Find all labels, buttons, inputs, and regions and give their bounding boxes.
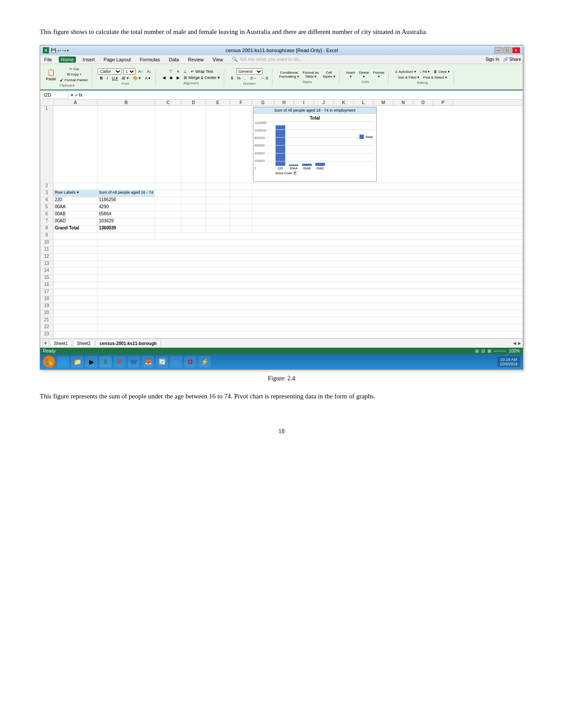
menu-formulas[interactable]: Formulas [137,56,162,63]
cell-c3[interactable] [155,190,181,197]
cancel-formula-button[interactable]: ✕ [70,93,74,98]
format-painter-button[interactable]: 🖌 Format Painter [59,78,89,83]
cell-b8[interactable]: 1360039 [98,225,155,232]
cell-f8[interactable] [230,225,252,232]
cell-a4[interactable]: 220 [53,197,98,204]
col-header-n[interactable]: N [393,100,413,105]
fill-color-button[interactable]: 🎨 ▾ [132,75,143,81]
cell-a6[interactable]: 00AB [53,211,98,218]
col-header-m[interactable]: M [374,100,393,105]
ie-button[interactable]: 🌐 [57,356,69,368]
cell-c2[interactable] [155,183,181,190]
cell-e1[interactable] [206,106,230,183]
media-button[interactable]: ▶ [85,356,98,368]
autosum-button[interactable]: Σ AutoSum ▾ [394,69,417,74]
cell-c6[interactable] [155,211,181,218]
cell-e3[interactable] [206,190,230,197]
menu-data[interactable]: Data [166,56,181,63]
formula-input[interactable] [84,92,521,98]
find-select-button[interactable]: Find & Select ▾ [422,75,448,80]
insert-cells-button[interactable]: Insert▾ [345,70,356,79]
menu-view[interactable]: View [211,56,226,63]
number-format-select[interactable]: General [236,68,263,75]
col-header-g[interactable]: G [252,100,274,105]
cell-f6[interactable] [230,211,252,218]
word-button[interactable]: W [128,356,140,368]
col-header-f[interactable]: F [230,100,252,105]
align-bottom-button[interactable]: ⊥ [182,69,188,74]
cell-b6[interactable]: 65864 [98,211,155,218]
cell-c5[interactable] [155,204,181,211]
font-family-select[interactable]: Calibri [98,68,122,75]
cell-a21[interactable] [53,317,98,324]
cell-styles-button[interactable]: CellStyles ▾ [321,70,336,79]
currency-button[interactable]: $ [230,75,234,81]
sheet-tab-sheet1[interactable]: Sheet1 [50,340,72,347]
cell-a14[interactable] [53,268,98,274]
cell-c4[interactable] [155,197,181,204]
cell-f7[interactable] [230,218,252,225]
insert-function-button[interactable]: fx [79,93,83,98]
align-center-button[interactable]: ◆ [168,75,174,80]
col-header-h[interactable]: H [274,100,294,105]
cell-f2[interactable] [230,183,252,190]
col-header-b[interactable]: B [98,100,155,105]
cell-a20[interactable] [53,310,98,317]
cell-a22[interactable] [53,324,98,331]
view-layout-icon[interactable]: ⊟ [481,349,485,353]
filter-dropdown-button[interactable]: ▾ [294,171,296,175]
cell-a15[interactable] [53,275,98,281]
maximize-button[interactable]: □ [503,47,511,53]
cell-d4[interactable] [181,197,206,204]
cell-a5[interactable]: 00AA [53,204,98,211]
cell-d5[interactable] [181,204,206,211]
font-grow-button[interactable]: A↑ [137,69,144,74]
cell-c8[interactable] [155,225,181,232]
percent-button[interactable]: % [236,75,242,81]
cell-e4[interactable] [206,197,230,204]
delete-cells-button[interactable]: Delete▾ [358,70,370,79]
zoom-slider[interactable]: ──── [494,349,506,353]
col-header-i[interactable]: I [294,100,314,105]
fill-button[interactable]: ↓ Fill ▾ [419,69,431,74]
cell-d6[interactable] [181,211,206,218]
signin-link[interactable]: Sign In [485,57,499,62]
cell-b9[interactable] [98,233,155,239]
col-header-e[interactable]: E [206,100,230,105]
paste-button[interactable]: 📋 Paste [45,68,57,82]
menu-insert[interactable]: Insert [80,56,97,63]
menu-tell-me[interactable]: 🔍 Tell me what you want to do... [230,56,306,63]
col-header-l[interactable]: L [354,100,374,105]
cell-e7[interactable] [206,218,230,225]
wrap-text-button[interactable]: ↵ Wrap Text [189,69,215,74]
align-left-button[interactable]: ◀ [161,75,167,80]
cell-a17[interactable] [53,289,98,296]
cell-a18[interactable] [53,296,98,303]
align-top-button[interactable]: ⊤ [168,69,174,74]
col-header-j[interactable]: J [314,100,334,105]
cell-f1[interactable] [230,106,252,183]
sheet-tab-sheet2[interactable]: Sheet2 [73,340,95,347]
cell-b7[interactable]: 103629 [98,218,155,225]
menu-file[interactable]: File [42,56,54,63]
col-header-a[interactable]: A [53,100,98,105]
cell-f3[interactable] [230,190,252,197]
start-button[interactable] [43,356,55,368]
cell-b4[interactable]: 1186256 [98,197,155,204]
bold-button[interactable]: B [98,75,104,81]
menu-review[interactable]: Review [185,56,206,63]
cell-f4[interactable] [230,197,252,204]
scroll-left-icon[interactable]: ◀ [513,341,516,345]
menu-page-layout[interactable]: Page Layout [102,56,133,63]
cell-c7[interactable] [155,218,181,225]
close-button[interactable]: ✕ [512,47,520,53]
border-button[interactable]: ⊞ ▾ [121,75,130,81]
italic-button[interactable]: I [106,75,110,81]
cell-a12[interactable] [53,254,98,260]
powerpoint-button[interactable]: P [113,356,126,368]
cell-a23[interactable] [53,331,98,338]
cell-e5[interactable] [206,204,230,211]
format-cells-button[interactable]: Format▾ [372,70,385,79]
col-header-k[interactable]: K [334,100,354,105]
clear-button[interactable]: 🗑 Clear ▾ [432,69,451,74]
